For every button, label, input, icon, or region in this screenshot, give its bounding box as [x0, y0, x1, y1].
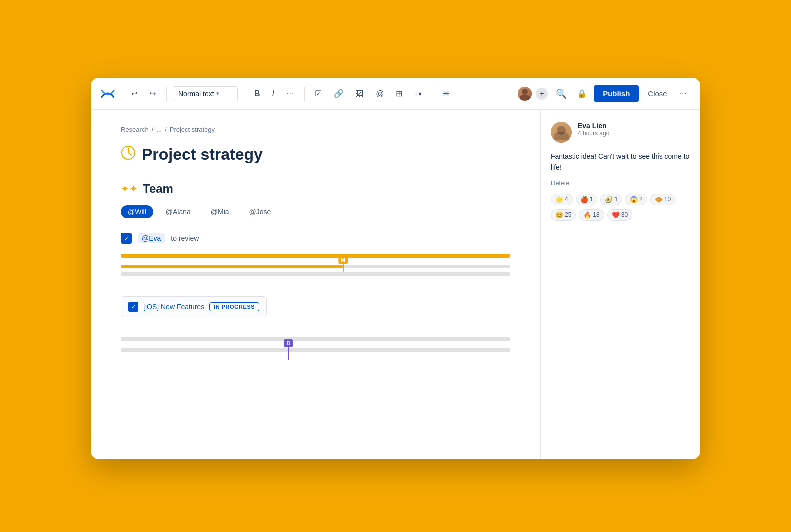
- breadcrumb-sep2: /: [165, 126, 167, 133]
- apple-count: 1: [590, 196, 593, 203]
- editor-area[interactable]: Research / ... / Project strategy: [91, 110, 540, 459]
- waffle-count: 10: [664, 196, 671, 203]
- apple-emoji: 🍎: [580, 196, 588, 203]
- add-collaborator-button[interactable]: +: [535, 87, 549, 101]
- reaction-waffle[interactable]: 🧇 10: [650, 194, 675, 205]
- page-title-icon: [121, 145, 136, 164]
- progress-fill-1: [121, 254, 510, 258]
- task-ios-link[interactable]: [iOS] New Features: [143, 303, 204, 311]
- more-format-button[interactable]: ···: [282, 86, 298, 101]
- reactions-row-2: 😊 25 🔥 18 ❤️ 30: [551, 209, 690, 221]
- insert-button[interactable]: +▾: [410, 87, 426, 101]
- collaborator-avatars: +: [517, 86, 549, 102]
- progress-fill-4: [121, 337, 510, 341]
- team-heading-row: ✦✦ Team: [121, 182, 510, 196]
- redo-button[interactable]: ↪: [146, 86, 160, 101]
- comment-panel: Eva Lien 4 hours ago Fantastic idea! Can…: [540, 110, 700, 459]
- progress-bar-row-3: [121, 272, 510, 276]
- progress-section-1: M: [121, 254, 510, 276]
- page-title-row: Project strategy: [121, 145, 510, 164]
- progress-bar-3: [121, 272, 510, 276]
- reaction-avocado[interactable]: 🥑 1: [600, 194, 622, 205]
- progress-bar-5: [121, 348, 510, 352]
- text-format-select[interactable]: Normal text ▾: [173, 86, 238, 101]
- reaction-star[interactable]: 🌟 4: [551, 194, 573, 205]
- breadcrumb-current: Project strategy: [170, 126, 215, 133]
- shocked-count: 2: [639, 196, 643, 203]
- comment-header: Eva Lien 4 hours ago: [551, 122, 690, 143]
- search-button[interactable]: 🔍: [553, 85, 570, 102]
- progress-bar-row-1: [121, 254, 510, 258]
- main-area: Research / ... / Project strategy: [91, 110, 700, 459]
- task-eva-text: to review: [171, 234, 199, 242]
- progress-bar-1: [121, 254, 510, 258]
- delete-comment-link[interactable]: Delete: [551, 179, 690, 187]
- publish-button[interactable]: Publish: [594, 85, 639, 102]
- comment-body: Fantastic idea! Can't wait to see this c…: [551, 151, 690, 173]
- close-button[interactable]: Close: [643, 86, 672, 101]
- progress-bar-2: [121, 265, 510, 268]
- comment-time: 4 hours ago: [578, 130, 609, 137]
- mention-button[interactable]: @: [372, 86, 388, 101]
- toolbar-right: + 🔍 🔒 Publish Close ···: [517, 85, 690, 102]
- breadcrumb-sep1: /: [152, 126, 154, 133]
- smile-count: 25: [565, 211, 571, 218]
- table-button[interactable]: ⊞: [392, 86, 406, 101]
- sparkle-icon: ✦✦: [121, 183, 138, 195]
- member-tags: @Will @Alana @Mia @Jose: [121, 205, 510, 219]
- task-button[interactable]: ☑: [311, 86, 326, 101]
- reactions-row-1: 🌟 4 🍎 1 🥑 1 😱 2: [551, 194, 690, 205]
- cursor-line-d: [288, 346, 289, 360]
- bold-button[interactable]: B: [250, 86, 264, 101]
- chevron-down-icon: ▾: [216, 90, 219, 97]
- lock-button[interactable]: 🔒: [574, 86, 590, 101]
- reaction-apple[interactable]: 🍎 1: [576, 194, 598, 205]
- heart-count: 30: [621, 211, 628, 218]
- undo-button[interactable]: ↩: [127, 86, 142, 101]
- member-will[interactable]: @Will: [121, 205, 153, 218]
- commenter-info: Eva Lien 4 hours ago: [578, 122, 609, 137]
- star-emoji: 🌟: [555, 196, 563, 203]
- task-checkbox-ios[interactable]: ✓: [128, 302, 138, 312]
- divider3: [244, 87, 244, 101]
- member-alana[interactable]: @Alana: [158, 205, 198, 219]
- task-eva-mention[interactable]: @Eva: [138, 233, 165, 243]
- progress-fill-3: [121, 272, 343, 276]
- marker-m: M: [338, 256, 348, 264]
- reaction-heart[interactable]: ❤️ 30: [607, 209, 632, 221]
- page-title: Project strategy: [142, 145, 263, 164]
- reaction-fire[interactable]: 🔥 18: [579, 209, 604, 221]
- divider1: [121, 87, 121, 101]
- team-heading: Team: [143, 182, 173, 196]
- progress-bar-row-4: [121, 337, 510, 341]
- link-button[interactable]: 🔗: [330, 86, 348, 101]
- progress-bar-4: [121, 337, 510, 341]
- heart-emoji: ❤️: [612, 211, 620, 219]
- star-count: 4: [565, 196, 568, 203]
- waffle-emoji: 🧇: [655, 196, 663, 203]
- breadcrumb-research[interactable]: Research: [121, 126, 149, 133]
- svg-line-2: [128, 153, 131, 155]
- progress-section-2: D: [121, 337, 510, 352]
- shocked-emoji: 😱: [630, 196, 638, 203]
- breadcrumb-ellipsis[interactable]: ...: [156, 126, 162, 133]
- smile-emoji: 😊: [555, 211, 563, 219]
- task-eva-row: ✓ @Eva to review: [121, 233, 510, 244]
- commenter-avatar: [551, 122, 572, 143]
- ai-button[interactable]: ✳: [438, 85, 454, 102]
- reaction-shocked[interactable]: 😱 2: [625, 194, 647, 205]
- italic-button[interactable]: I: [268, 86, 278, 101]
- progress-fill-5: [121, 348, 288, 352]
- member-mia[interactable]: @Mia: [203, 205, 237, 219]
- fire-count: 18: [593, 211, 599, 218]
- in-progress-badge: IN PROGRESS: [209, 302, 259, 311]
- text-format-label: Normal text: [178, 90, 214, 98]
- more-options-button[interactable]: ···: [676, 86, 690, 101]
- image-button[interactable]: 🖼: [352, 86, 368, 101]
- user-avatar[interactable]: [517, 86, 533, 102]
- reaction-smile[interactable]: 😊 25: [551, 209, 576, 221]
- progress-fill-2: [121, 265, 343, 268]
- member-jose[interactable]: @Jose: [242, 205, 279, 219]
- divider4: [304, 87, 305, 101]
- task-checkbox-eva[interactable]: ✓: [121, 233, 132, 244]
